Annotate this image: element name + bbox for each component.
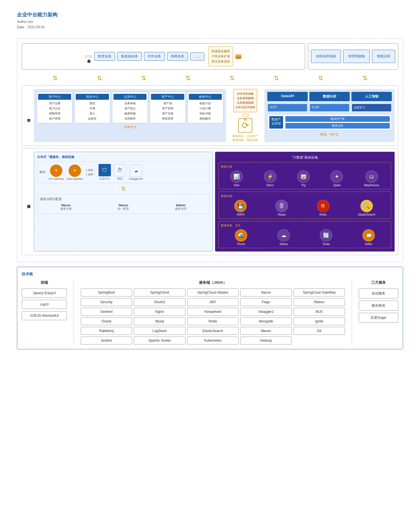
web-gateway-icon: +	[69, 164, 81, 177]
shared-services: 共性业务抽象业务逻辑解耦业务数据隔离分布式技术架构 共性 ⟳ 数据同步、沉淀资产…	[228, 89, 262, 142]
frontend-btn-3[interactable]: VUEJS+ElementUI	[22, 311, 67, 320]
server-btn-security[interactable]: Security	[81, 298, 132, 306]
shared-icon: ⟳	[238, 118, 252, 133]
page-author: Author:xxx	[17, 19, 403, 25]
oltp-box: OLTP	[268, 104, 307, 111]
server-btn-springcoud-gateway[interactable]: SpringCoud GateWay	[294, 289, 345, 296]
report-btn-2[interactable]: 管理驾驶舱	[343, 50, 370, 63]
gateway-label: 网关	[40, 170, 46, 174]
qiantai-label: 小前台	[86, 56, 92, 57]
server-btn-springcloud[interactable]: SpringCloud	[134, 289, 185, 296]
server-btn-ignite[interactable]: Ignite	[294, 317, 345, 325]
midplatform-section: 大中台 用户中心 用户注册 客户认证 权限管理 租户管理	[22, 85, 398, 146]
server-grid: SpringBoot SpringCloud SpringCloud Aliba…	[81, 289, 345, 344]
auth-center-icon: 🛡	[99, 164, 111, 176]
page-date: Date：2021-03-01	[17, 25, 403, 30]
rate-limit-label: 限流	[117, 177, 123, 181]
biz-platform-footer: 业务中台	[37, 125, 223, 129]
biz-btn-5[interactable]: ……	[190, 53, 204, 60]
server-title: 服务端（JAVA）	[81, 280, 345, 285]
risk-center: 风控中心 授信 尽调 准入 反欺诈	[74, 92, 110, 123]
deep-learning-box: 深度学习	[352, 104, 391, 111]
server-btn-maven[interactable]: Maven	[240, 327, 292, 335]
service-mgmt-title: 服务治理与配置	[40, 197, 207, 201]
hive-item: 📊 Hive	[230, 170, 243, 187]
server-btn-jenkins[interactable]: Jenkins	[81, 337, 132, 344]
shared-label: 共性	[242, 114, 248, 117]
biz-btn-3[interactable]: 对外业务	[144, 52, 165, 61]
biz-platform: 用户中心 用户注册 客户认证 权限管理 租户管理 风控中心 授信 尽调 准入	[34, 89, 226, 142]
frontend-title: 前端	[22, 280, 67, 285]
server-btn-bus[interactable]: BUS	[294, 308, 345, 316]
biz-btn-2[interactable]: 集装箱业务	[117, 52, 142, 61]
server-btn-redis[interactable]: Redis	[187, 317, 239, 325]
spark-item: ✦ Spark	[331, 170, 343, 187]
nacos-config: Nacos 统一配置	[118, 203, 129, 211]
server-btn-springcloud-alibaba[interactable]: SpringCloud Alibaba	[187, 289, 239, 296]
server-btn-nginx[interactable]: Nginx	[134, 308, 185, 316]
service-mgmt-box: 服务治理与配置 Nacos 服务注册 Nacos 统一配置 Admin 服务治理	[37, 194, 210, 214]
techstack-columns: 前端 Jquery+EasyUI LayUI VUEJS+ElementUI 服…	[22, 280, 398, 344]
report-btn-1[interactable]: 自助实时报表	[311, 50, 341, 63]
server-btn-keepalived[interactable]: Keepalived	[187, 308, 239, 316]
kafka-item: 📨 Kafka	[362, 229, 375, 246]
tech-inner: 分布式「微服务」基础设施 网关 + API GateWay + Web Gate…	[34, 152, 395, 252]
qiantai-box: 小前台 散货业务 集装箱业务 对外业务 电商业务 …… 快速组合服务个性业务扩展…	[22, 43, 305, 70]
server-btn-elasticsearch[interactable]: ElasticSearch	[187, 327, 239, 335]
server-btn-nacos[interactable]: Nacos	[240, 289, 292, 296]
bigdata-collection: 数据采集、交互 🌊 Flume ☁ Sqoop 🔄 Scala	[218, 221, 391, 248]
third-btn-2[interactable]: 极光推送	[359, 301, 398, 311]
server-btn-empty	[294, 337, 345, 344]
server-btn-feign[interactable]: Feign	[240, 298, 292, 306]
server-btn-ribbon[interactable]: Ribbon	[294, 298, 345, 306]
data-asset-tree: 数据资产树	[285, 116, 390, 122]
server-btn-apache-jmeter[interactable]: Apache Jmeter	[134, 337, 185, 344]
page-title: 企业中台能力架构	[17, 11, 403, 18]
server-btn-logstash[interactable]: LogStash	[134, 327, 185, 335]
server-btn-mongodb[interactable]: Mongodb	[240, 317, 292, 325]
dist-infra-title: 分布式「微服务」基础设施	[37, 155, 210, 159]
bigdata-infra: "大数据"基础设施 数据计算 📊 Hive ⚡ Storm	[215, 152, 395, 252]
data-mgmt-left: 数据产业管理	[269, 116, 283, 129]
nacos-register: Nacos 服务注册	[60, 203, 72, 211]
hbase-item: 🗄 Hbase	[275, 200, 288, 216]
rate-limit-icon: ⏱	[114, 164, 126, 176]
tech-platform-section: 技术中台 分布式「微服务」基础设施 网关 + API GateWay	[22, 148, 398, 255]
server-btn-sentinel[interactable]: Sentinel	[81, 308, 132, 316]
server-btn-kubernetes[interactable]: Kubernetes	[187, 337, 239, 344]
server-btn-springboot[interactable]: SpringBoot	[81, 289, 132, 296]
swagger-icon: ☁	[130, 164, 142, 177]
ops-center: 运营中心 业务审核 资产转让 融资审核 合同制作	[112, 92, 148, 123]
techstack-third-col: 三方服务 短信服务 极光推送 百度Sugar	[359, 280, 398, 323]
report-btn-3[interactable]: 智能决策	[372, 50, 395, 63]
frontend-btn-2[interactable]: LayUI	[22, 300, 67, 309]
third-btn-3[interactable]: 百度Sugar	[359, 313, 398, 323]
pig-item: 🐷 Pig	[297, 170, 310, 187]
frontend-btn-1[interactable]: Jquery+EasyUI	[22, 289, 67, 298]
server-btn-oracle[interactable]: Oracle	[81, 317, 132, 325]
third-btn-1[interactable]: 短信服务	[359, 289, 398, 298]
hdfs-item: 💾 HDFS	[234, 200, 247, 216]
server-btn-hadoop[interactable]: Hadoop	[240, 337, 292, 344]
server-btn-oauth2[interactable]: OAuth2	[134, 298, 185, 306]
shared-box: 共性业务抽象业务逻辑解耦业务数据隔离分布式技术架构	[233, 89, 257, 112]
data-mgmt-box: 数据产业管理 数据资产树 数据仓库	[267, 114, 392, 131]
midplatform-inner: 用户中心 用户注册 客户认证 权限管理 租户管理 风控中心 授信 尽调 准入	[34, 89, 395, 142]
finance-center: 账务中心 收款计划 计息计费 回款冲销 尾款解付	[187, 92, 223, 123]
web-gateway-label: Web GateWay	[67, 177, 83, 180]
midplatform-label: 大中台	[25, 89, 32, 142]
server-btn-jwt[interactable]: JWT	[187, 298, 239, 306]
olap-box: OLAP	[310, 104, 349, 111]
server-btn-rabbitmq[interactable]: Rabbitmq	[81, 327, 132, 335]
data-api-box: DataAPI	[267, 92, 308, 101]
server-btn-git[interactable]: Git	[294, 327, 345, 335]
dist-infra: 分布式「微服务」基础设施 网关 + API GateWay + Web Gate…	[34, 152, 213, 252]
biz-btn-1[interactable]: 散货业务	[94, 52, 115, 61]
server-btn-mysql[interactable]: Mysql	[134, 317, 185, 325]
scala-item: 🔄 Scala	[320, 229, 332, 246]
biz-btn-4[interactable]: 电商业务	[167, 52, 188, 61]
server-btn-swagger2[interactable]: Swagger2	[240, 308, 292, 316]
third-title: 三方服务	[359, 280, 398, 285]
flume-item: 🌊 Flume	[235, 229, 247, 246]
admin-mgmt: Admin 服务治理	[175, 203, 186, 211]
